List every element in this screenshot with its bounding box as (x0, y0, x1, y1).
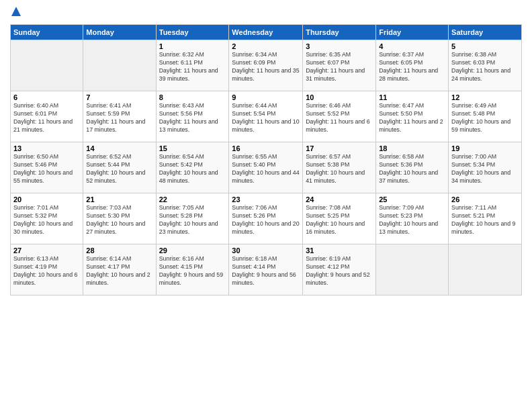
day-number: 3 (306, 42, 373, 50)
calendar-cell: 1Sunrise: 6:32 AMSunset: 6:11 PMDaylight… (156, 40, 229, 91)
calendar-cell (11, 40, 83, 91)
day-number: 27 (13, 246, 80, 255)
day-number: 19 (451, 144, 519, 152)
day-number: 28 (86, 246, 152, 255)
main-container: SundayMondayTuesdayWednesdayThursdayFrid… (0, 0, 532, 299)
day-info: Sunrise: 6:58 AMSunset: 5:36 PMDaylight:… (379, 153, 445, 185)
day-number: 14 (86, 144, 152, 152)
calendar-cell: 25Sunrise: 7:09 AMSunset: 5:23 PMDayligh… (376, 193, 449, 244)
calendar-cell: 19Sunrise: 7:00 AMSunset: 5:34 PMDayligh… (449, 142, 522, 193)
calendar-week-4: 20Sunrise: 7:01 AMSunset: 5:32 PMDayligh… (11, 193, 522, 244)
day-number: 5 (451, 42, 519, 50)
day-number: 21 (86, 195, 152, 203)
day-info: Sunrise: 6:57 AMSunset: 5:38 PMDaylight:… (306, 153, 373, 185)
day-number: 18 (379, 144, 445, 152)
calendar-cell: 22Sunrise: 7:05 AMSunset: 5:28 PMDayligh… (156, 193, 229, 244)
day-number: 6 (13, 93, 80, 101)
calendar-cell: 24Sunrise: 7:08 AMSunset: 5:25 PMDayligh… (303, 193, 376, 244)
day-info: Sunrise: 6:37 AMSunset: 6:05 PMDaylight:… (379, 51, 445, 83)
calendar-cell: 28Sunrise: 6:14 AMSunset: 4:17 PMDayligh… (83, 244, 156, 295)
weekday-header-thursday: Thursday (303, 25, 376, 40)
calendar-cell: 12Sunrise: 6:49 AMSunset: 5:48 PMDayligh… (449, 91, 522, 142)
calendar-week-3: 13Sunrise: 6:50 AMSunset: 5:46 PMDayligh… (11, 142, 522, 193)
day-number: 8 (159, 93, 226, 101)
calendar-cell: 23Sunrise: 7:06 AMSunset: 5:26 PMDayligh… (229, 193, 303, 244)
day-number: 22 (159, 195, 226, 203)
calendar-cell (376, 244, 449, 295)
day-info: Sunrise: 6:52 AMSunset: 5:44 PMDaylight:… (86, 153, 152, 185)
day-number: 2 (232, 42, 300, 50)
day-number: 16 (232, 144, 300, 152)
day-info: Sunrise: 7:03 AMSunset: 5:30 PMDaylight:… (86, 204, 152, 236)
day-info: Sunrise: 6:35 AMSunset: 6:07 PMDaylight:… (306, 51, 373, 83)
day-number: 12 (451, 93, 519, 101)
day-number: 30 (232, 246, 300, 255)
calendar-cell: 7Sunrise: 6:41 AMSunset: 5:59 PMDaylight… (83, 91, 156, 142)
day-number: 1 (159, 42, 226, 50)
calendar-cell (83, 40, 156, 91)
day-info: Sunrise: 7:11 AMSunset: 5:21 PMDaylight:… (451, 204, 519, 236)
day-number: 17 (306, 144, 373, 152)
header (10, 7, 522, 19)
calendar-cell: 16Sunrise: 6:55 AMSunset: 5:40 PMDayligh… (229, 142, 303, 193)
day-info: Sunrise: 7:09 AMSunset: 5:23 PMDaylight:… (379, 204, 445, 236)
day-info: Sunrise: 6:50 AMSunset: 5:46 PMDaylight:… (13, 153, 80, 185)
day-info: Sunrise: 6:19 AMSunset: 4:12 PMDaylight:… (306, 255, 373, 287)
day-info: Sunrise: 6:46 AMSunset: 5:52 PMDaylight:… (306, 102, 373, 134)
day-info: Sunrise: 6:44 AMSunset: 5:54 PMDaylight:… (232, 102, 300, 134)
day-number: 7 (86, 93, 152, 101)
logo (10, 7, 21, 19)
calendar-cell: 26Sunrise: 7:11 AMSunset: 5:21 PMDayligh… (449, 193, 522, 244)
calendar-cell (449, 244, 522, 295)
day-number: 15 (159, 144, 226, 152)
day-number: 23 (232, 195, 300, 203)
calendar-cell: 2Sunrise: 6:34 AMSunset: 6:09 PMDaylight… (229, 40, 303, 91)
header-row: SundayMondayTuesdayWednesdayThursdayFrid… (11, 25, 522, 40)
calendar-cell: 20Sunrise: 7:01 AMSunset: 5:32 PMDayligh… (11, 193, 83, 244)
calendar-cell: 30Sunrise: 6:18 AMSunset: 4:14 PMDayligh… (229, 244, 303, 295)
day-number: 25 (379, 195, 445, 203)
day-number: 20 (13, 195, 80, 203)
day-info: Sunrise: 6:55 AMSunset: 5:40 PMDaylight:… (232, 153, 300, 185)
calendar-cell: 4Sunrise: 6:37 AMSunset: 6:05 PMDaylight… (376, 40, 449, 91)
calendar-cell: 15Sunrise: 6:54 AMSunset: 5:42 PMDayligh… (156, 142, 229, 193)
calendar-cell: 29Sunrise: 6:16 AMSunset: 4:15 PMDayligh… (156, 244, 229, 295)
svg-marker-0 (11, 7, 21, 16)
calendar-cell: 9Sunrise: 6:44 AMSunset: 5:54 PMDaylight… (229, 91, 303, 142)
weekday-header-friday: Friday (376, 25, 449, 40)
day-info: Sunrise: 6:13 AMSunset: 4:19 PMDaylight:… (13, 255, 80, 287)
weekday-header-monday: Monday (83, 25, 156, 40)
day-info: Sunrise: 6:32 AMSunset: 6:11 PMDaylight:… (159, 51, 226, 83)
day-number: 10 (306, 93, 373, 101)
day-info: Sunrise: 7:00 AMSunset: 5:34 PMDaylight:… (451, 153, 519, 185)
day-number: 11 (379, 93, 445, 101)
day-info: Sunrise: 6:41 AMSunset: 5:59 PMDaylight:… (86, 102, 152, 134)
weekday-header-sunday: Sunday (11, 25, 83, 40)
day-info: Sunrise: 6:49 AMSunset: 5:48 PMDaylight:… (451, 102, 519, 134)
weekday-header-tuesday: Tuesday (156, 25, 229, 40)
calendar-week-2: 6Sunrise: 6:40 AMSunset: 6:01 PMDaylight… (11, 91, 522, 142)
day-number: 24 (306, 195, 373, 203)
day-number: 13 (13, 144, 80, 152)
day-info: Sunrise: 7:08 AMSunset: 5:25 PMDaylight:… (306, 204, 373, 236)
calendar-cell: 14Sunrise: 6:52 AMSunset: 5:44 PMDayligh… (83, 142, 156, 193)
day-info: Sunrise: 7:06 AMSunset: 5:26 PMDaylight:… (232, 204, 300, 236)
calendar-cell: 18Sunrise: 6:58 AMSunset: 5:36 PMDayligh… (376, 142, 449, 193)
calendar-week-5: 27Sunrise: 6:13 AMSunset: 4:19 PMDayligh… (11, 244, 522, 295)
calendar-cell: 11Sunrise: 6:47 AMSunset: 5:50 PMDayligh… (376, 91, 449, 142)
calendar-cell: 27Sunrise: 6:13 AMSunset: 4:19 PMDayligh… (11, 244, 83, 295)
calendar-cell: 8Sunrise: 6:43 AMSunset: 5:56 PMDaylight… (156, 91, 229, 142)
day-info: Sunrise: 6:43 AMSunset: 5:56 PMDaylight:… (159, 102, 226, 134)
day-info: Sunrise: 7:05 AMSunset: 5:28 PMDaylight:… (159, 204, 226, 236)
calendar-cell: 5Sunrise: 6:38 AMSunset: 6:03 PMDaylight… (449, 40, 522, 91)
weekday-header-wednesday: Wednesday (229, 25, 303, 40)
calendar-cell: 31Sunrise: 6:19 AMSunset: 4:12 PMDayligh… (303, 244, 376, 295)
day-number: 26 (451, 195, 519, 203)
weekday-header-saturday: Saturday (449, 25, 522, 40)
calendar-cell: 21Sunrise: 7:03 AMSunset: 5:30 PMDayligh… (83, 193, 156, 244)
calendar-cell: 3Sunrise: 6:35 AMSunset: 6:07 PMDaylight… (303, 40, 376, 91)
day-info: Sunrise: 6:18 AMSunset: 4:14 PMDaylight:… (232, 255, 300, 287)
calendar-cell: 17Sunrise: 6:57 AMSunset: 5:38 PMDayligh… (303, 142, 376, 193)
day-info: Sunrise: 6:47 AMSunset: 5:50 PMDaylight:… (379, 102, 445, 134)
day-number: 4 (379, 42, 445, 50)
